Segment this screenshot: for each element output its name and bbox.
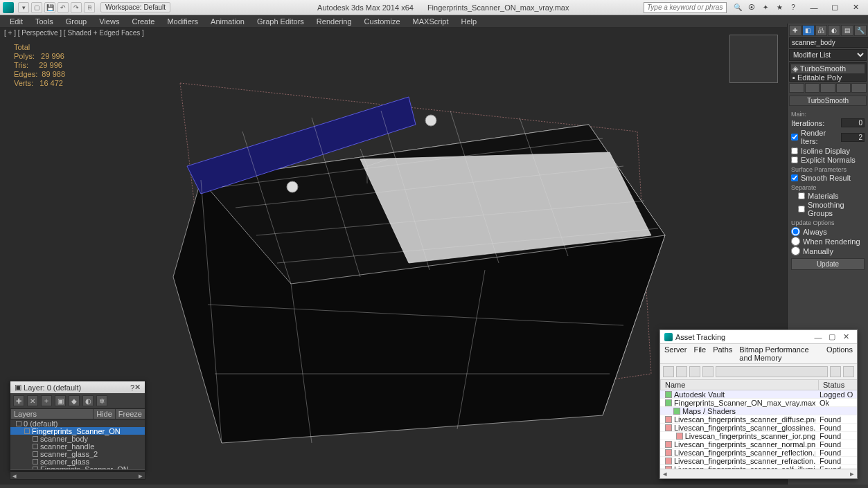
asset-row[interactable]: Livescan_fingerprints_scanner_refraction… [660, 457, 857, 465]
modifier-list-dropdown[interactable]: Modifier List [789, 49, 867, 61]
menu-views[interactable]: Views [94, 16, 125, 27]
update-rendering-radio[interactable] [791, 237, 800, 246]
workspace-selector[interactable]: Workspace: Default [100, 2, 170, 12]
separate-sg-checkbox[interactable] [798, 206, 805, 213]
qat-undo-icon[interactable]: ↶ [57, 2, 69, 13]
separate-materials-checkbox[interactable] [798, 192, 805, 199]
explicit-normals-checkbox[interactable] [791, 156, 798, 163]
tab-display-icon[interactable]: ▤ [841, 25, 853, 36]
freeze-layer-icon[interactable]: ❄ [96, 395, 107, 406]
menu-customize[interactable]: Customize [359, 16, 406, 27]
viewcube[interactable] [729, 35, 778, 83]
help-icon[interactable]: ? [788, 2, 799, 13]
menu-animation[interactable]: Animation [205, 16, 250, 27]
qat-redo-icon[interactable]: ↷ [71, 2, 82, 13]
layer-row[interactable]: scanner_glass [10, 458, 145, 465]
col-hide[interactable]: Hide [93, 409, 115, 419]
asset-menu-file[interactable]: File [693, 345, 706, 362]
pin-stack-icon[interactable] [789, 83, 804, 93]
menu-tools[interactable]: Tools [30, 16, 59, 27]
layer-row[interactable]: 0 (default) [10, 419, 145, 427]
asset-row[interactable]: Fingerprints_Scanner_ON_max_vray.maxOk [660, 399, 857, 407]
asset-hscrollbar[interactable]: ◂▸ [660, 469, 857, 478]
layer-row[interactable]: scanner_glass_2 [10, 450, 145, 458]
update-manually-radio[interactable] [791, 246, 800, 255]
asset-row[interactable]: Livescan_fingerprints_scanner_reflection… [660, 449, 857, 457]
close-button[interactable]: ✕ [846, 2, 865, 13]
qat-link-icon[interactable]: ⎘ [84, 2, 95, 13]
asset-tool-3-icon[interactable] [689, 366, 700, 377]
menu-group[interactable]: Group [60, 16, 93, 27]
isoline-checkbox[interactable] [791, 147, 798, 154]
asset-row[interactable]: Livescan_fingerprints_scanner_diffuse.pn… [660, 415, 857, 424]
tab-utilities-icon[interactable]: 🔧 [854, 25, 867, 36]
col-layers[interactable]: Layers [10, 409, 93, 419]
asset-menu-options[interactable]: Options [826, 345, 853, 362]
object-name-input[interactable] [789, 37, 868, 48]
asset-col-name[interactable]: Name [660, 380, 818, 390]
update-button[interactable]: Update [791, 258, 865, 270]
menu-create[interactable]: Create [126, 16, 160, 27]
tab-hierarchy-icon[interactable]: 品 [815, 25, 828, 36]
add-to-layer-icon[interactable]: ＋ [41, 395, 52, 406]
layer-close-icon[interactable]: ✕ [134, 383, 141, 392]
qat-save-icon[interactable]: 💾 [44, 2, 55, 13]
layer-row[interactable]: Fingerprints_Scanner_ON [10, 465, 145, 469]
menu-maxscript[interactable]: MAXScript [407, 16, 454, 27]
layer-row[interactable]: scanner_body [10, 435, 145, 442]
show-end-result-icon[interactable] [805, 83, 820, 93]
layer-hscrollbar[interactable]: ◂▸ [10, 471, 145, 480]
maximize-button[interactable]: ▢ [825, 2, 844, 13]
asset-close-button[interactable]: ✕ [839, 332, 853, 341]
rollup-turbosmooth[interactable]: TurboSmooth [789, 96, 867, 106]
signin-icon[interactable]: ⦿ [746, 2, 757, 13]
layer-row[interactable]: Fingerprints_Scanner_ON [10, 427, 145, 435]
tab-modify-icon[interactable]: ◧ [802, 25, 815, 36]
qat-open-icon[interactable]: ▢ [31, 2, 42, 13]
render-iters-input[interactable] [841, 133, 865, 142]
asset-menu-paths[interactable]: Paths [713, 345, 732, 362]
search-icon[interactable]: 🔍 [732, 2, 743, 13]
tab-create-icon[interactable]: ✚ [789, 25, 801, 36]
stack-editable-poly[interactable]: ▪ Editable Poly [791, 73, 865, 82]
menu-graph-editors[interactable]: Graph Editors [251, 16, 310, 27]
menu-edit[interactable]: Edit [4, 16, 28, 27]
qat-new-icon[interactable]: ▾ [18, 2, 29, 13]
col-freeze[interactable]: Freeze [115, 409, 145, 419]
layer-row[interactable]: scanner_handle [10, 442, 145, 450]
asset-tool-1-icon[interactable] [663, 366, 674, 377]
stack-turbosmooth[interactable]: ◈ TurboSmooth [791, 64, 865, 73]
make-unique-icon[interactable] [820, 83, 835, 93]
update-always-radio[interactable] [791, 227, 800, 236]
tab-motion-icon[interactable]: ◐ [828, 25, 840, 36]
layer-tree[interactable]: 0 (default)Fingerprints_Scanner_ONscanne… [10, 419, 145, 469]
asset-row[interactable]: Maps / Shaders [660, 407, 857, 415]
menu-modifiers[interactable]: Modifiers [161, 16, 204, 27]
minimize-button[interactable]: — [804, 2, 824, 13]
help-search-input[interactable] [644, 2, 727, 13]
menu-rendering[interactable]: Rendering [311, 16, 357, 27]
select-layer-icon[interactable]: ▣ [55, 395, 66, 406]
modifier-stack[interactable]: ◈ TurboSmooth ▪ Editable Poly [789, 62, 867, 82]
new-layer-icon[interactable]: ✚ [13, 395, 24, 406]
asset-list[interactable]: Autodesk VaultLogged OFingerprints_Scann… [660, 390, 857, 469]
asset-settings-icon[interactable] [843, 366, 854, 377]
asset-tool-4-icon[interactable] [702, 366, 714, 377]
iterations-input[interactable] [841, 118, 865, 127]
favorite-icon[interactable]: ★ [774, 2, 785, 13]
asset-refresh-icon[interactable] [830, 366, 841, 377]
asset-maximize-button[interactable]: ▢ [825, 332, 839, 341]
menu-help[interactable]: Help [456, 16, 483, 27]
asset-minimize-button[interactable]: — [811, 333, 825, 341]
delete-layer-icon[interactable]: ✕ [27, 395, 38, 406]
render-iters-checkbox[interactable] [791, 134, 798, 141]
asset-row[interactable]: Autodesk VaultLogged O [660, 390, 857, 399]
asset-row[interactable]: Livescan_fingerprints_scanner_normal.png… [660, 440, 857, 449]
exchange-icon[interactable]: ✦ [760, 2, 771, 13]
asset-tool-2-icon[interactable] [676, 366, 687, 377]
highlight-layer-icon[interactable]: ◆ [69, 395, 80, 406]
asset-row[interactable]: Livescan_fingerprints_scanner_glossines.… [660, 424, 857, 432]
hide-layer-icon[interactable]: ◐ [82, 395, 94, 406]
remove-modifier-icon[interactable] [836, 83, 851, 93]
smooth-result-checkbox[interactable] [791, 174, 798, 181]
